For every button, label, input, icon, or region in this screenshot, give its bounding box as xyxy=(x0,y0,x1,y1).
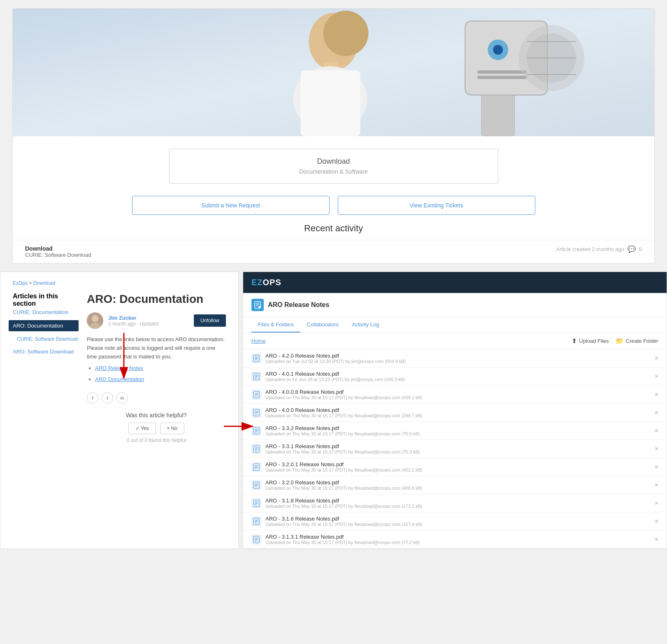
create-folder-button[interactable]: 📁 Create Folder xyxy=(616,337,658,345)
activity-meta: Article created 2 months ago xyxy=(556,246,624,252)
right-panel: EZOPS ARO Release Notes Files & Folders … xyxy=(243,272,667,549)
file-delete-button[interactable]: × xyxy=(655,481,658,489)
file-delete-button[interactable]: × xyxy=(655,463,658,471)
arrow-container: Jim Zucker 1 month ago · Updated Unfollo… xyxy=(87,312,226,329)
file-meta: Uploaded on Thu May 30 at 15:17 (PDT) by… xyxy=(265,395,651,400)
file-info: ARO - 4.0.0 Release Notes.pdf Uploaded o… xyxy=(265,407,651,418)
brand-ez: EZ xyxy=(251,278,263,287)
tab-files-folders[interactable]: Files & Folders xyxy=(251,317,300,332)
sidebar-link-aro-docs[interactable]: ARO: Documentation xyxy=(9,320,79,331)
file-info: ARO - 4.0.0.8 Release Notes.pdf Uploaded… xyxy=(265,389,651,400)
svg-rect-5 xyxy=(301,70,360,136)
file-delete-button[interactable]: × xyxy=(655,518,658,525)
file-icon-1 xyxy=(251,372,261,381)
submit-request-button[interactable]: Submit a New Request xyxy=(132,196,330,215)
file-meta: Uploaded on Thu May 30 at 15:17 (PDT) by… xyxy=(265,540,651,545)
file-name[interactable]: ARO - 4.0.0.8 Release Notes.pdf xyxy=(265,389,651,395)
file-icon-0 xyxy=(251,353,261,363)
notes-icon xyxy=(254,301,261,309)
file-delete-button[interactable]: × xyxy=(655,373,658,380)
file-delete-button[interactable]: × xyxy=(655,391,658,398)
file-item: ARO - 3.3.2 Release Notes.pdf Uploaded o… xyxy=(243,422,667,440)
tab-activity-log[interactable]: Activity Log xyxy=(345,317,386,332)
article-text: Please use the links below to access ARO… xyxy=(87,335,226,361)
yes-check-icon: ✓ xyxy=(135,425,139,431)
file-delete-button[interactable]: × xyxy=(655,427,658,435)
files-toolbar: Home ⬆ Upload Files 📁 Create Folder xyxy=(243,333,667,349)
breadcrumb: EzOps > Download xyxy=(13,280,226,286)
file-name[interactable]: ARO - 3.3.2 Release Notes.pdf xyxy=(265,425,651,431)
article-content: ARO: Documentation Jim Zucker xyxy=(87,293,226,443)
yes-button[interactable]: ✓ Yes xyxy=(128,423,156,434)
sidebar: Articles in this section CURIE: Document… xyxy=(13,293,79,443)
file-item: ARO - 4.0.0.8 Release Notes.pdf Uploaded… xyxy=(243,386,667,404)
unfollow-button[interactable]: Unfollow xyxy=(194,314,226,327)
svg-rect-11 xyxy=(481,95,514,136)
file-info: ARO - 3.1.8 Release Notes.pdf Uploaded o… xyxy=(265,498,651,509)
no-label: No xyxy=(171,425,177,431)
file-meta: Uploaded on Thu May 30 at 15:17 (PDT) by… xyxy=(265,449,651,454)
file-info: ARO - 3.3.1 Release Notes.pdf Uploaded o… xyxy=(265,443,651,454)
author-row: Jim Zucker 1 month ago · Updated Unfollo… xyxy=(87,312,226,329)
activity-title: Download xyxy=(25,245,91,252)
file-list: ARO - 4.2.0 Release Notes.pdf Uploaded o… xyxy=(243,349,667,549)
file-name[interactable]: ARO - 3.2.0.1 Release Notes.pdf xyxy=(265,461,651,467)
activity-comments: 0 xyxy=(639,246,642,252)
home-link[interactable]: Home xyxy=(251,338,266,344)
facebook-icon[interactable]: f xyxy=(87,392,98,404)
sidebar-heading: Articles in this section xyxy=(13,293,79,307)
file-name[interactable]: ARO - 3.1.6 Release Notes.pdf xyxy=(265,516,651,522)
file-meta: Uploaded on Thu May 30 at 15:17 (PDT) by… xyxy=(265,486,651,491)
file-name[interactable]: ARO - 4.2.0 Release Notes.pdf xyxy=(265,353,651,359)
file-name[interactable]: ARO - 3.2.0 Release Notes.pdf xyxy=(265,479,651,486)
upload-icon: ⬆ xyxy=(572,337,577,345)
tab-collaborators[interactable]: Collaborators xyxy=(300,317,345,332)
file-info: ARO - 3.1.3.1 Release Notes.pdf Uploaded… xyxy=(265,534,651,545)
sidebar-link-aro-software[interactable]: ARO: Software Download xyxy=(13,347,79,356)
folder-icon: 📁 xyxy=(616,337,624,345)
file-name[interactable]: ARO - 3.3.1 Release Notes.pdf xyxy=(265,443,651,449)
yes-label: Yes xyxy=(141,425,149,431)
file-meta: Uploaded on Thu May 30 at 15:17 (PDT) by… xyxy=(265,431,651,436)
linkedin-icon[interactable]: in xyxy=(116,392,128,404)
file-info: ARO - 3.2.0 Release Notes.pdf Uploaded o… xyxy=(265,479,651,491)
file-name[interactable]: ARO - 4.0.1 Release Notes.pdf xyxy=(265,371,651,377)
activity-item: Download CURIE: Software Download Articl… xyxy=(13,240,654,263)
helpful-buttons: ✓ Yes × No xyxy=(87,423,226,434)
file-meta: Uploaded on Thu May 30 at 15:17 (PDT) by… xyxy=(265,504,651,509)
file-name[interactable]: ARO - 3.1.3.1 Release Notes.pdf xyxy=(265,534,651,540)
file-icon-2 xyxy=(251,390,261,400)
svg-rect-10 xyxy=(477,76,527,79)
action-buttons: Submit a New Request View Existing Ticke… xyxy=(25,196,642,215)
file-name[interactable]: ARO - 4.0.0 Release Notes.pdf xyxy=(265,407,651,413)
file-delete-button[interactable]: × xyxy=(655,355,658,362)
file-name[interactable]: ARO - 3.1.8 Release Notes.pdf xyxy=(265,498,651,504)
file-delete-button[interactable]: × xyxy=(655,445,658,453)
sidebar-link-curie-docs[interactable]: CURIE: Documentation xyxy=(13,307,79,317)
file-delete-button[interactable]: × xyxy=(655,500,658,507)
toolbar-actions: ⬆ Upload Files 📁 Create Folder xyxy=(572,337,658,345)
recent-activity-heading: Recent activity xyxy=(13,223,654,234)
hero-svg xyxy=(13,9,654,136)
twitter-icon[interactable]: t xyxy=(102,392,113,404)
sidebar-link-curie-software[interactable]: CURIE: Software Download xyxy=(13,335,79,344)
no-button[interactable]: × No xyxy=(160,423,185,434)
file-item: ARO - 4.0.1 Release Notes.pdf Uploaded o… xyxy=(243,367,667,386)
file-icon-10 xyxy=(251,535,261,544)
file-icon-5 xyxy=(251,444,261,454)
file-meta: Uploaded on Thu May 30 at 15:17 (PDT) by… xyxy=(265,522,651,527)
upload-files-button[interactable]: ⬆ Upload Files xyxy=(572,337,609,345)
tabs-row: Files & Folders Collaborators Activity L… xyxy=(243,317,667,333)
file-delete-button[interactable]: × xyxy=(655,536,658,543)
view-tickets-button[interactable]: View Existing Tickets xyxy=(338,196,535,215)
file-delete-button[interactable]: × xyxy=(655,409,658,416)
breadcrumb-separator: > xyxy=(29,280,33,286)
breadcrumb-ezops[interactable]: EzOps xyxy=(13,280,28,286)
breadcrumb-download[interactable]: Download xyxy=(33,280,55,286)
svg-point-28 xyxy=(258,306,261,308)
file-icon-9 xyxy=(251,516,261,526)
ezops-header: EZOPS xyxy=(243,272,667,293)
file-icon-6 xyxy=(251,462,261,472)
svg-point-8 xyxy=(493,45,503,55)
helpful-section: Was this article helpful? ✓ Yes × No 0 o… xyxy=(87,412,226,443)
